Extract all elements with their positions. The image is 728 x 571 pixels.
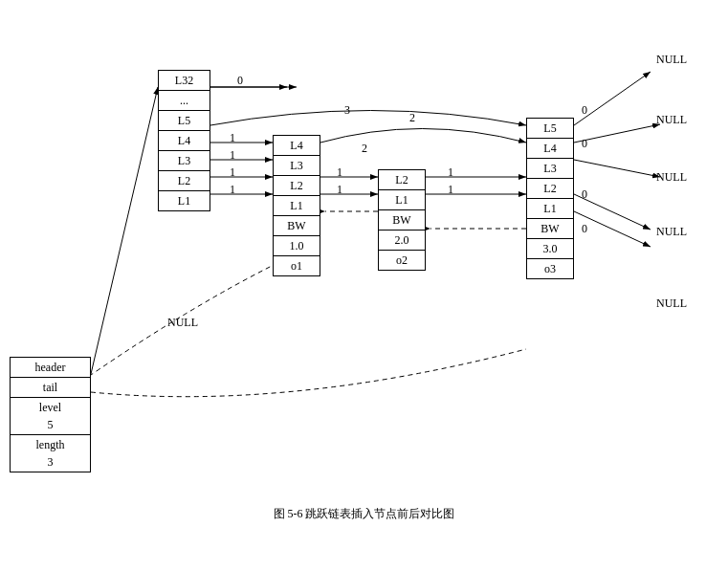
figure-caption: 图 5-6 跳跃链表插入节点前后对比图 — [0, 502, 728, 526]
length-cell: length3 — [11, 435, 90, 472]
label-1h: 1 — [448, 183, 453, 197]
list2-l1: L1 — [274, 196, 320, 216]
list1-l3: L3 — [159, 151, 210, 171]
list2-l3: L3 — [274, 156, 320, 176]
null-label-2: NULL — [656, 113, 687, 127]
list3-node: L2 L1 BW 2.0 o2 — [378, 169, 426, 271]
null-label-5: NULL — [656, 296, 687, 311]
label-3: 3 — [344, 103, 350, 118]
label-1c: 1 — [230, 165, 235, 180]
null-label-4: NULL — [656, 225, 687, 239]
tail-cell: tail — [11, 378, 90, 398]
null-label-top: NULL — [656, 53, 687, 67]
list4-l2: L2 — [527, 179, 573, 199]
label-0a: 0 — [582, 103, 587, 118]
list2-node: L4 L3 L2 L1 BW 1.0 o1 — [273, 135, 320, 276]
label-0d: 0 — [582, 222, 587, 236]
list4-o3: o3 — [527, 259, 573, 278]
list2-l2: L2 — [274, 176, 320, 196]
list3-l2: L2 — [379, 170, 425, 190]
list4-l1: L1 — [527, 199, 573, 219]
list1-l4: L4 — [159, 131, 210, 151]
label-0-top: 0 — [237, 74, 243, 88]
list3-20: 2.0 — [379, 231, 425, 251]
label-0c: 0 — [582, 187, 587, 202]
list4-l4: L4 — [527, 139, 573, 159]
level-cell: level5 — [11, 398, 90, 435]
header-cell: header — [11, 358, 90, 378]
label-1b: 1 — [230, 148, 235, 163]
svg-line-13 — [574, 160, 660, 177]
list1-l5: L5 — [159, 111, 210, 131]
label-0b: 0 — [582, 137, 587, 151]
caption-text: 图 5-6 跳跃链表插入节点前后对比图 — [274, 507, 455, 520]
list4-l3: L3 — [527, 159, 573, 179]
list4-l5: L5 — [527, 119, 573, 139]
list3-o2: o2 — [379, 251, 425, 270]
list2-o1: o1 — [274, 256, 320, 275]
list1-l2: L2 — [159, 171, 210, 191]
label-1f: 1 — [337, 183, 342, 197]
null-label-list2: NULL — [167, 316, 198, 330]
list2-bw: BW — [274, 216, 320, 236]
list1-l32: L32 — [159, 71, 210, 91]
label-1d: 1 — [230, 183, 235, 197]
list1-dots: ... — [159, 91, 210, 111]
list2-10: 1.0 — [274, 236, 320, 256]
list4-bw: BW — [527, 219, 573, 239]
diagram: header tail level5 length3 L32 ... L5 L4… — [0, 0, 728, 536]
list4-node: L5 L4 L3 L2 L1 BW 3.0 o3 — [526, 118, 574, 279]
header-node: header tail level5 length3 — [10, 357, 91, 472]
arrows-svg — [0, 0, 728, 536]
label-2b: 2 — [362, 142, 367, 156]
list2-l4: L4 — [274, 136, 320, 156]
list1-node: L32 ... L5 L4 L3 L2 L1 — [158, 70, 210, 211]
svg-line-18 — [91, 87, 158, 374]
list3-l1: L1 — [379, 190, 425, 210]
label-1g: 1 — [448, 165, 453, 180]
list4-30: 3.0 — [527, 239, 573, 259]
list1-l1: L1 — [159, 191, 210, 210]
label-2a: 2 — [409, 111, 415, 125]
label-1a: 1 — [230, 131, 235, 145]
label-1e: 1 — [337, 165, 342, 180]
list3-bw: BW — [379, 210, 425, 231]
null-label-3: NULL — [656, 170, 687, 185]
